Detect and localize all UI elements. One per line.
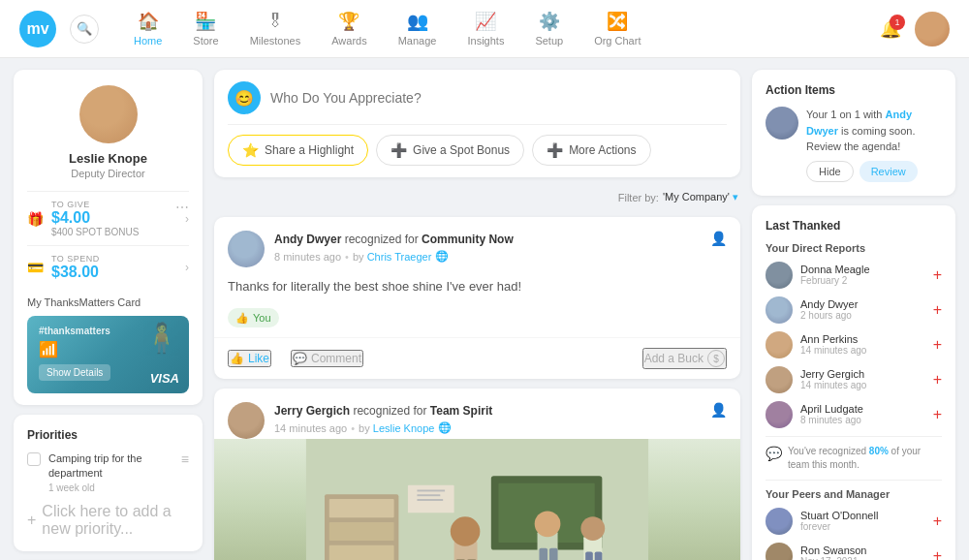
comment-button[interactable]: 💬 Comment [291,350,363,367]
search-button[interactable]: 🔍 [70,15,99,44]
post-1-time-row: 8 minutes ago • by Chris Traeger 🌐 [274,250,701,263]
action-items-card: Action Items Your 1 on 1 with Andy Dwyer… [752,70,955,196]
milestones-icon: 🎖 [266,12,284,32]
thanks-card-label: My ThanksMatters Card [27,296,189,308]
andy-avatar [766,296,793,324]
nav-item-setup[interactable]: ⚙️ Setup [519,11,578,47]
post-2-image [214,439,740,560]
appreciation-bar: 😊 ⭐ Share a Highlight ➕ Give a Spot Bonu… [214,70,740,177]
notification-bell[interactable]: 🔔 1 [880,18,901,40]
ron-avatar [766,543,793,561]
april-info: April Ludgate 8 minutes ago [800,403,925,425]
priority-age: 1 week old [48,482,173,495]
scene-background [214,439,740,560]
nav-label-awards: Awards [331,35,366,47]
share-highlight-label: Share a Highlight [265,143,354,157]
store-icon: 🏪 [195,11,216,32]
post-2-recognition: Team Spirit [430,404,492,418]
priority-checkbox[interactable] [27,452,41,466]
april-name: April Ludgate [800,403,925,415]
show-details-button[interactable]: Show Details [39,364,110,381]
andy-add-button[interactable]: + [933,301,942,319]
like-icon: 👍 [230,352,244,365]
app-logo[interactable]: mv [19,11,56,47]
to-spend-label: TO SPEND [51,254,185,264]
post-1-globe-icon: 🌐 [435,250,449,263]
post-1-header: Andy Dwyer recognized for Community Now … [214,217,740,267]
ann-avatar [766,331,793,358]
main-layout: Leslie Knope Deputy Director 🎁 TO GIVE $… [0,58,969,560]
to-spend-content: TO SPEND $38.00 [51,254,185,281]
post-2-by-person[interactable]: Leslie Knope [373,422,435,434]
april-add-button[interactable]: + [933,406,942,423]
to-give-value: $4.00 [51,209,185,227]
to-give-content: TO GIVE $4.00 $400 SPOT BONUS [51,200,185,237]
filter-arrow-icon: ▾ [733,191,738,202]
nav-item-milestones[interactable]: 🎖 Milestones [234,12,317,47]
home-icon: 🏠 [138,11,159,32]
stuart-add-button[interactable]: + [933,513,942,530]
post-1-author-avatar [228,231,265,267]
like-button[interactable]: 👍 Like [228,350,271,367]
drag-handle-icon[interactable]: ≡ [181,451,189,467]
to-spend-arrow[interactable]: › [185,261,189,274]
priorities-title: Priorities [27,428,189,442]
jerry-time: 14 minutes ago [800,380,925,390]
nav-item-manage[interactable]: 👥 Manage [383,11,453,47]
svg-rect-3 [329,499,394,517]
nav-item-store[interactable]: 🏪 Store [177,11,234,47]
add-friend-icon-2[interactable]: 👤 [710,402,727,418]
like-label: Like [248,352,269,365]
nav-label-insights: Insights [467,35,504,47]
peers-title: Your Peers and Manager [766,488,942,500]
user-avatar[interactable] [915,12,950,47]
jerry-info: Jerry Gergich 14 minutes ago [800,368,925,390]
stuart-name: Stuart O'Donnell [800,510,925,521]
to-spend-value: $38.00 [51,264,185,281]
donna-name: Donna Meagle [800,264,925,275]
jerry-add-button[interactable]: + [933,371,942,389]
notification-badge: 1 [890,15,905,30]
thanked-row-ann: Ann Perkins 14 minutes ago + [766,331,942,358]
stuart-avatar [766,508,793,535]
appreciation-input-row: 😊 [228,81,727,114]
andy-name: Andy Dwyer [800,298,925,310]
nav-item-home[interactable]: 🏠 Home [118,11,177,47]
appreciation-input[interactable] [270,90,727,106]
post-1-body-text: Thanks for literally the best shoe shine… [228,279,521,294]
post-2-author-avatar [228,402,265,439]
add-friend-icon[interactable]: 👤 [710,231,727,246]
more-plus-icon: ➕ [547,142,563,158]
orgchart-icon: 🔀 [607,11,628,32]
more-actions-button[interactable]: ➕ More Actions [532,135,650,166]
ron-add-button[interactable]: + [933,547,942,561]
add-priority-button[interactable]: + Click here to add a new priority... [27,503,189,538]
donna-add-button[interactable]: + [933,266,942,284]
comment-label: Comment [311,352,361,365]
post-2-author: Jerry Gergich [274,404,350,418]
post-1-by-person[interactable]: Chris Traeger [367,251,432,263]
svg-rect-10 [417,494,440,496]
appreciation-actions: ⭐ Share a Highlight ➕ Give a Spot Bonus … [228,124,727,166]
give-spot-bonus-button[interactable]: ➕ Give a Spot Bonus [376,135,524,166]
setup-icon: ⚙️ [539,11,560,32]
filter-bar: Filter by: 'My Company' ▾ [214,187,740,207]
feed-post-2: Jerry Gergich recognized for Team Spirit… [214,389,740,560]
donna-info: Donna Meagle February 2 [800,264,925,286]
to-give-menu[interactable]: ⋯ [175,200,189,215]
ann-add-button[interactable]: + [933,336,942,354]
share-highlight-button[interactable]: ⭐ Share a Highlight [228,135,368,166]
nav-item-insights[interactable]: 📈 Insights [452,11,519,47]
nav-label-home: Home [134,35,162,47]
feed-post-1: Andy Dwyer recognized for Community Now … [214,217,740,379]
review-button[interactable]: Review [860,161,918,182]
nav-item-awards[interactable]: 🏆 Awards [316,11,382,47]
nav-item-orgchart[interactable]: 🔀 Org Chart [578,11,656,47]
april-avatar [766,401,793,428]
post-2-action: recognized for [353,404,429,418]
filter-dropdown[interactable]: 'My Company' ▾ [663,191,738,203]
add-buck-button[interactable]: Add a Buck $ [642,348,727,369]
hide-button[interactable]: Hide [806,161,854,182]
post-1-body: Thanks for literally the best shoe shine… [214,267,740,327]
dollar-circle-icon: $ [707,350,725,367]
